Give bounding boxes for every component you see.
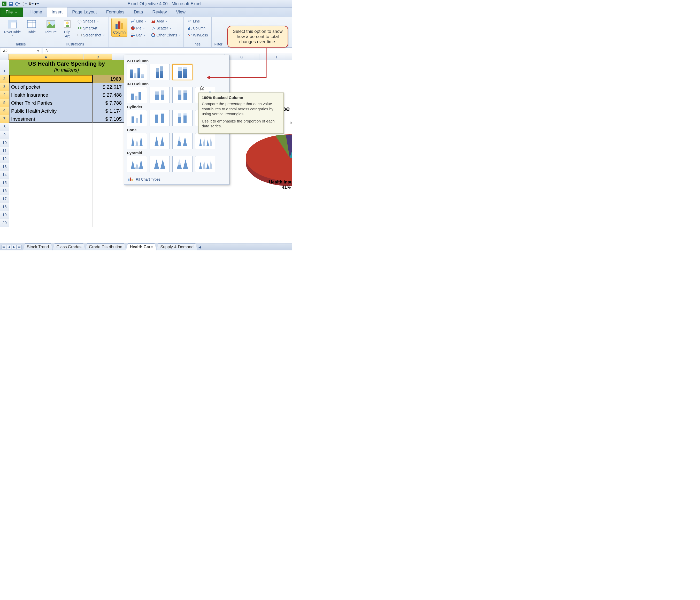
svg-rect-26 xyxy=(131,33,133,34)
shapes-icon: ◯ xyxy=(77,19,82,24)
sparkline-column-icon xyxy=(188,26,192,30)
sheet-scroll-icon[interactable]: ◀ xyxy=(198,245,201,249)
svg-marker-89 xyxy=(206,140,209,146)
column-chart-button[interactable]: Column xyxy=(111,18,127,37)
chart-3d-100stacked[interactable] xyxy=(172,87,193,103)
smartart-button[interactable]: SmartArt xyxy=(76,25,106,31)
tab-formulas[interactable]: Formulas xyxy=(102,7,129,17)
svg-rect-46 xyxy=(131,94,134,100)
qat-customize-icon[interactable]: ▾ xyxy=(35,1,38,6)
svg-rect-47 xyxy=(135,96,138,100)
line-chart-button[interactable]: Line xyxy=(129,18,148,24)
svg-text:Health Insurance: Health Insurance xyxy=(269,180,292,184)
svg-rect-72 xyxy=(178,114,181,117)
tab-insert[interactable]: Insert xyxy=(47,7,68,17)
svg-rect-38 xyxy=(191,34,192,35)
chart-3d-clustered[interactable] xyxy=(127,87,147,103)
svg-rect-103 xyxy=(128,179,129,181)
chart-cone-3d[interactable] xyxy=(195,133,215,149)
chart-100-stacked-column[interactable] xyxy=(172,64,193,80)
sheet-tab-grade-distribution[interactable]: Grade Distribution xyxy=(85,243,126,250)
select-all-corner[interactable] xyxy=(0,54,8,60)
svg-rect-104 xyxy=(130,177,131,181)
other-charts-button[interactable]: Other Charts xyxy=(150,32,182,38)
pie-chart-icon xyxy=(130,26,135,30)
picture-button[interactable]: Picture xyxy=(44,18,58,34)
tab-review[interactable]: Review xyxy=(148,7,172,17)
area-chart-button[interactable]: Area xyxy=(150,18,182,24)
chart-cyl-stacked[interactable] xyxy=(150,110,170,126)
redo-icon[interactable] xyxy=(22,1,27,6)
scatter-chart-button[interactable]: Scatter xyxy=(150,25,182,31)
sparkline-line-button[interactable]: Line xyxy=(186,18,209,24)
row-header-1[interactable]: 1 xyxy=(0,60,9,75)
table-button[interactable]: Table xyxy=(25,18,39,34)
svg-rect-3 xyxy=(9,3,12,4)
cell-A2[interactable] xyxy=(9,75,93,83)
undo-icon[interactable] xyxy=(15,1,20,6)
svg-point-29 xyxy=(152,29,152,30)
shapes-button[interactable]: ◯Shapes xyxy=(76,18,106,24)
group-label-illustrations: Illustrations xyxy=(44,42,106,47)
sheet-tab-supply-demand[interactable]: Supply & Demand xyxy=(156,243,197,250)
annotation-callout: Select this option to show how a percent… xyxy=(227,26,288,48)
excel-icon: X xyxy=(2,1,7,6)
screenshot-icon xyxy=(77,33,82,38)
tab-home[interactable]: Home xyxy=(26,7,47,17)
all-chart-types-button[interactable]: AAll Chart Types... xyxy=(127,174,227,183)
group-label-tables: Tables xyxy=(3,42,39,47)
tab-page-layout[interactable]: Page Layout xyxy=(68,7,101,17)
tab-file[interactable]: File xyxy=(0,7,23,17)
chart-cone-stacked[interactable] xyxy=(150,133,170,149)
sheet-nav-prev[interactable]: ◀ xyxy=(7,245,11,249)
tab-data[interactable]: Data xyxy=(129,7,148,17)
svg-rect-66 xyxy=(140,115,142,123)
sparkline-column-button[interactable]: Column xyxy=(186,25,209,31)
chart-pyr-3d[interactable] xyxy=(195,156,215,172)
name-box[interactable]: A2▾ xyxy=(1,48,42,53)
svg-point-70 xyxy=(161,112,164,114)
row-header-2[interactable]: 2 xyxy=(0,75,9,83)
chart-cyl-100stacked[interactable] xyxy=(172,110,193,126)
svg-marker-81 xyxy=(140,136,143,146)
col-header-B[interactable]: B xyxy=(84,54,112,60)
svg-rect-62 xyxy=(131,117,134,123)
save-icon[interactable] xyxy=(8,1,14,6)
svg-text:tmen: tmen xyxy=(290,120,292,125)
pie-chart-button[interactable]: Pie xyxy=(129,25,148,31)
screenshot-button[interactable]: Screenshot xyxy=(76,32,106,38)
sheet-nav-next[interactable]: ▶ xyxy=(12,245,17,249)
chart-cone-clustered[interactable] xyxy=(127,133,147,149)
svg-rect-74 xyxy=(183,114,186,116)
bar-chart-button[interactable]: Bar xyxy=(129,32,148,38)
sheet-nav-first[interactable]: ⏮ xyxy=(2,245,6,249)
chart-cone-100stacked[interactable] xyxy=(172,133,193,149)
svg-rect-35 xyxy=(191,29,192,30)
chart-stacked-column[interactable] xyxy=(150,64,170,80)
chart-cyl-clustered[interactable] xyxy=(127,110,147,126)
sheet-tab-health-care[interactable]: Health Care xyxy=(126,243,157,250)
title-cell[interactable]: US Health Care Spending by (in millions) xyxy=(9,60,124,75)
svg-point-17 xyxy=(66,22,69,24)
tab-view[interactable]: View xyxy=(171,7,190,17)
pivottable-button[interactable]: PivotTable xyxy=(3,18,23,36)
scatter-chart-icon xyxy=(151,26,155,30)
svg-rect-28 xyxy=(131,36,133,37)
chart-3d-stacked[interactable] xyxy=(150,87,170,103)
chart-pyr-100stacked[interactable] xyxy=(172,156,193,172)
svg-marker-100 xyxy=(203,160,206,169)
cell-B2[interactable]: 1969 xyxy=(93,75,124,83)
chart-pyr-stacked[interactable] xyxy=(150,156,170,172)
sheet-tab-class-grades[interactable]: Class Grades xyxy=(52,243,85,250)
fx-icon: fx xyxy=(46,49,48,53)
sheet-tab-bar: ⏮ ◀ ▶ ⏭ Stock Trend Class Grades Grade D… xyxy=(0,243,292,250)
sheet-nav-last[interactable]: ⏭ xyxy=(17,245,22,249)
sheet-tab-stock-trend[interactable]: Stock Trend xyxy=(23,243,53,250)
chart-clustered-column[interactable] xyxy=(127,64,147,80)
print-icon[interactable] xyxy=(28,1,33,6)
chart-pyr-clustered[interactable] xyxy=(127,156,147,172)
clipart-button[interactable]: Clip Art xyxy=(60,18,74,39)
col-header-A[interactable]: A xyxy=(8,54,84,60)
group-illustrations: Picture Clip Art ◯Shapes SmartArt Screen… xyxy=(41,17,109,47)
sparkline-winloss-button[interactable]: Win/Loss xyxy=(186,32,209,38)
